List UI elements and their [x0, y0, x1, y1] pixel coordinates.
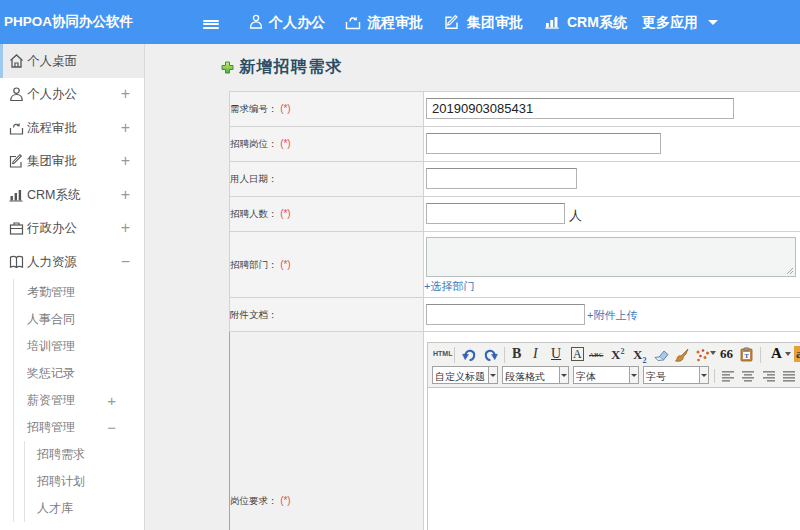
svg-text:T: T — [744, 352, 749, 360]
